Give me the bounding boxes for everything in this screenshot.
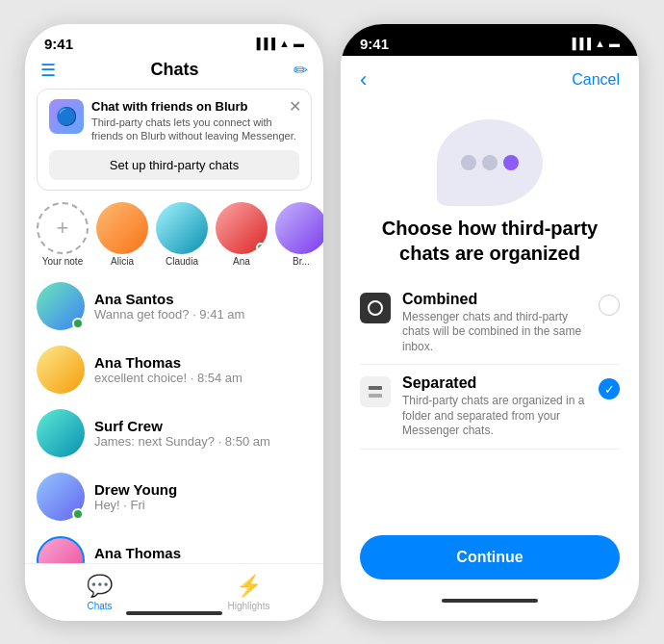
story-avatar-ana: [216, 202, 268, 254]
separated-content: Separated Third-party chats are organize…: [402, 374, 587, 439]
chat-name-3: Drew Young: [94, 481, 312, 498]
combined-content: Combined Messenger chats and third-party…: [402, 291, 587, 355]
online-indicator: [256, 243, 266, 252]
chat-item-1[interactable]: Ana Thomas excellent choice! · 8:54 am: [37, 338, 312, 401]
banner-title: Chat with friends on Blurb: [91, 99, 299, 114]
menu-icon[interactable]: ☰: [40, 60, 56, 81]
separated-check[interactable]: ✓: [599, 378, 620, 399]
combined-icon: [360, 293, 391, 323]
right-phone: 9:41 ▐▐▐ ▲ ▬ ‹ Cancel Choose how third-p…: [341, 24, 639, 621]
compose-icon[interactable]: ✏: [294, 60, 308, 81]
nav-chats-label: Chats: [87, 601, 112, 611]
chat-preview-2: James: next Sunday? · 8:50 am: [94, 434, 312, 449]
battery-icon-right: ▬: [609, 38, 620, 49]
chat-name-0: Ana Santos: [94, 291, 312, 307]
blurb-icon: 🔵: [49, 99, 84, 134]
chat-name-1: Ana Thomas: [94, 354, 312, 371]
time-right: 9:41: [360, 36, 389, 52]
story-avatar-claudia: [156, 202, 208, 254]
svg-point-0: [369, 301, 382, 315]
cancel-button[interactable]: Cancel: [572, 71, 620, 89]
dialog-title: Choose how third-party chats are organiz…: [341, 216, 639, 281]
home-indicator-right: [442, 599, 538, 603]
chat-item-2[interactable]: Surf Crew James: next Sunday? · 8:50 am: [37, 401, 312, 465]
options-list: Combined Messenger chats and third-party…: [341, 281, 639, 451]
story-label-4: Br...: [293, 256, 310, 267]
continue-button[interactable]: Continue: [360, 535, 620, 580]
nav-highlights-label: Highlights: [228, 601, 270, 611]
banner-close-icon[interactable]: ✕: [289, 97, 301, 116]
chat-info-1: Ana Thomas excellent choice! · 8:54 am: [94, 354, 312, 385]
story-label-0: Your note: [42, 256, 83, 267]
time-left: 9:41: [44, 36, 73, 52]
illustration: [341, 100, 639, 216]
third-party-banner: ✕ 🔵 Chat with friends on Blurb Third-par…: [37, 89, 312, 192]
story-label-2: Claudia: [166, 256, 198, 267]
right-header: ‹ Cancel: [341, 56, 639, 100]
svg-rect-1: [369, 386, 382, 390]
story-label-1: Alicia: [111, 256, 134, 267]
chat-info-2: Surf Crew James: next Sunday? · 8:50 am: [94, 418, 312, 449]
chat-preview-3: Hey! · Fri: [94, 498, 312, 512]
story-avatar-alicia: [96, 202, 148, 254]
svg-rect-2: [369, 394, 382, 398]
story-br[interactable]: Br...: [275, 202, 323, 267]
signal-icon-right: ▐▐▐: [569, 38, 591, 49]
separated-title: Separated: [402, 374, 587, 392]
combined-desc: Messenger chats and third-party chats wi…: [402, 310, 587, 355]
banner-body: Third-party chats lets you connect with …: [91, 116, 299, 143]
back-button[interactable]: ‹: [360, 67, 367, 92]
bubble-dot-2: [482, 155, 498, 170]
signal-icon: ▐▐▐: [253, 38, 275, 49]
left-phone: 9:41 ▐▐▐ ▲ ▬ ☰ Chats ✏ ✕ 🔵 Chat with fri…: [25, 24, 323, 621]
chat-info-0: Ana Santos Wanna get food? · 9:41 am: [94, 291, 312, 322]
chat-item-0[interactable]: Ana Santos Wanna get food? · 9:41 am: [37, 274, 312, 338]
chat-item-3[interactable]: Drew Young Hey! · Fri: [37, 465, 312, 528]
chat-preview-0: Wanna get food? · 9:41 am: [94, 307, 312, 322]
bubble-dot-1: [461, 155, 476, 170]
separated-desc: Third-party chats are organized in a fol…: [402, 394, 587, 439]
status-icons-right: ▐▐▐ ▲ ▬: [569, 38, 620, 49]
option-combined[interactable]: Combined Messenger chats and third-party…: [360, 281, 620, 366]
story-avatar-br: [275, 202, 323, 254]
add-note-avatar[interactable]: +: [37, 202, 89, 254]
combined-radio[interactable]: [599, 295, 620, 316]
story-your-note[interactable]: + Your note: [37, 202, 89, 267]
banner-text: Chat with friends on Blurb Third-party c…: [91, 99, 299, 143]
bubble-dot-3: [503, 155, 519, 170]
separated-icon: [360, 376, 391, 407]
chat-list: Ana Santos Wanna get food? · 9:41 am Ana…: [25, 274, 323, 592]
chat-name-4: Ana Thomas: [94, 545, 312, 561]
chat-avatar-0: [37, 282, 85, 330]
chat-preview-1: excellent choice! · 8:54 am: [94, 371, 312, 385]
home-indicator-left: [126, 611, 222, 615]
page-title: Chats: [150, 60, 198, 80]
speech-bubble-icon: [437, 119, 543, 206]
online-dot-0: [72, 318, 84, 329]
wifi-icon-right: ▲: [595, 38, 605, 49]
battery-icon: ▬: [294, 38, 304, 49]
wifi-icon: ▲: [279, 38, 290, 49]
online-dot-3: [72, 508, 84, 520]
banner-top: 🔵 Chat with friends on Blurb Third-party…: [49, 99, 299, 143]
chat-avatar-1: [37, 346, 85, 394]
setup-third-party-button[interactable]: Set up third-party chats: [49, 150, 299, 180]
option-separated[interactable]: Separated Third-party chats are organize…: [360, 365, 620, 450]
chats-nav-icon: 💬: [87, 574, 113, 599]
chat-avatar-2: [37, 409, 85, 457]
chat-info-3: Drew Young Hey! · Fri: [94, 481, 312, 512]
status-bar-left: 9:41 ▐▐▐ ▲ ▬: [25, 24, 323, 56]
story-label-3: Ana: [233, 256, 250, 267]
stories-row: + Your note Alicia Claudia Ana Br...: [25, 198, 323, 274]
status-icons-left: ▐▐▐ ▲ ▬: [253, 38, 304, 49]
story-alicia[interactable]: Alicia: [96, 202, 148, 267]
combined-title: Combined: [402, 291, 587, 308]
highlights-nav-icon: ⚡: [236, 574, 262, 599]
story-claudia[interactable]: Claudia: [156, 202, 208, 267]
chat-avatar-3: [37, 473, 85, 521]
right-phone-body: ‹ Cancel Choose how third-party chats ar…: [341, 56, 639, 608]
chats-header: ☰ Chats ✏: [25, 56, 323, 89]
status-bar-right: 9:41 ▐▐▐ ▲ ▬: [341, 24, 639, 56]
story-ana[interactable]: Ana: [216, 202, 268, 267]
chat-name-2: Surf Crew: [94, 418, 312, 434]
